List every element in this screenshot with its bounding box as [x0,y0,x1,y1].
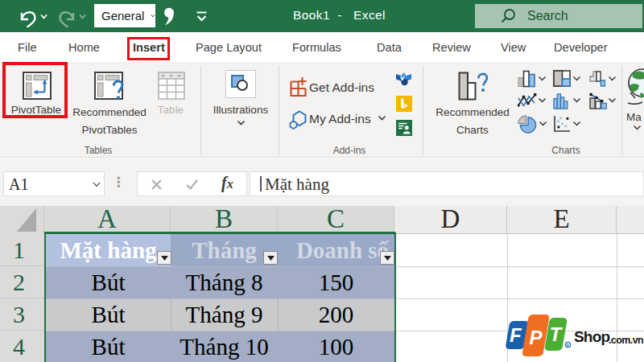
svg-text:F: F [510,324,522,346]
svg-text:v: v [400,74,404,82]
svg-text:T: T [550,323,564,345]
svg-text:.com.vn: .com.vn [609,335,643,346]
svg-text:P: P [530,327,543,348]
svg-text:Shop: Shop [574,328,609,345]
